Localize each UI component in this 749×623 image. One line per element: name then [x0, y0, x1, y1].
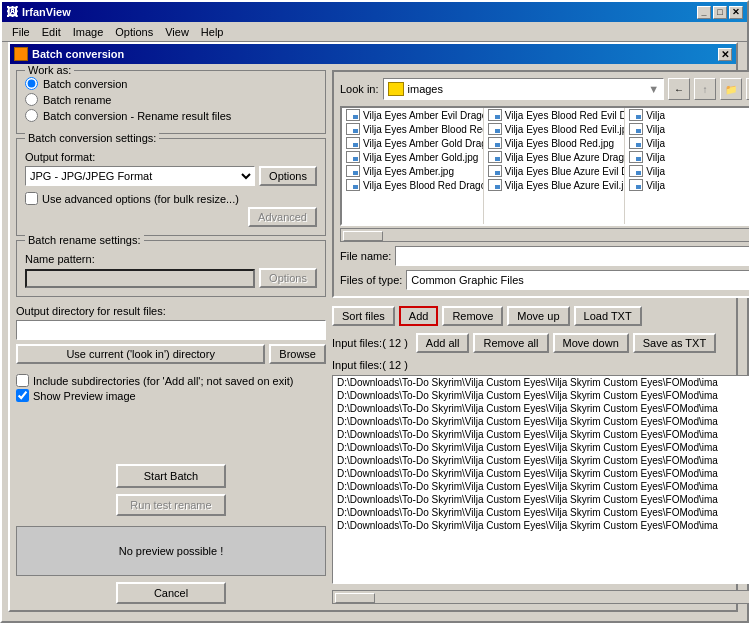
- file-icon: [346, 123, 360, 135]
- radio-batch-conversion-row: Batch conversion: [25, 77, 317, 90]
- radio-batch-conv-rename-row: Batch conversion - Rename result files: [25, 109, 317, 122]
- minimize-button[interactable]: _: [697, 6, 711, 19]
- close-dialog-button[interactable]: ✕: [718, 48, 732, 61]
- left-panel: Work as: Batch conversion Batch rename B…: [16, 70, 326, 604]
- show-preview-label: Show Preview image: [33, 390, 136, 402]
- move-up-button[interactable]: Move up: [507, 306, 569, 326]
- work-as-group: Work as: Batch conversion Batch rename B…: [16, 70, 326, 134]
- list-item[interactable]: D:\Downloads\To-Do Skyrim\Vilja Custom E…: [333, 506, 749, 519]
- file-item[interactable]: Vilja Eyes Blood Red Evil Drago...: [484, 108, 625, 122]
- dialog-body: Work as: Batch conversion Batch rename B…: [10, 64, 736, 610]
- menu-edit[interactable]: Edit: [36, 24, 67, 40]
- file-item[interactable]: Vilja: [625, 136, 749, 150]
- use-current-dir-button[interactable]: Use current ('look in') directory: [16, 344, 265, 364]
- look-in-folder-name: images: [408, 83, 443, 95]
- list-item[interactable]: D:\Downloads\To-Do Skyrim\Vilja Custom E…: [333, 454, 749, 467]
- advanced-checkbox[interactable]: [25, 192, 38, 205]
- list-item[interactable]: D:\Downloads\To-Do Skyrim\Vilja Custom E…: [333, 493, 749, 506]
- output-options-button[interactable]: Options: [259, 166, 317, 186]
- rename-options-button[interactable]: Options: [259, 268, 317, 288]
- menu-image[interactable]: Image: [67, 24, 110, 40]
- list-item[interactable]: D:\Downloads\To-Do Skyrim\Vilja Custom E…: [333, 376, 749, 389]
- sort-files-button[interactable]: Sort files: [332, 306, 395, 326]
- remove-button[interactable]: Remove: [442, 306, 503, 326]
- browse-button[interactable]: Browse: [269, 344, 326, 364]
- input-list-hscrollbar[interactable]: [332, 590, 749, 604]
- input-files-list[interactable]: D:\Downloads\To-Do Skyrim\Vilja Custom E…: [332, 375, 749, 584]
- file-item[interactable]: Vilja Eyes Amber Blood Red Evil.jpg: [342, 122, 483, 136]
- file-item[interactable]: Vilja Eyes Blue Azure Dragon.jpg: [484, 150, 625, 164]
- output-format-select[interactable]: JPG - JPG/JPEG Format: [25, 166, 255, 186]
- cancel-button[interactable]: Cancel: [116, 582, 226, 604]
- file-item[interactable]: Vilja Eyes Blue Azure Evil Drago...: [484, 164, 625, 178]
- load-txt-button[interactable]: Load TXT: [574, 306, 642, 326]
- menu-file[interactable]: File: [6, 24, 36, 40]
- back-icon[interactable]: ←: [668, 78, 690, 100]
- list-item[interactable]: D:\Downloads\To-Do Skyrim\Vilja Custom E…: [333, 389, 749, 402]
- add-all-button[interactable]: Add all: [416, 333, 470, 353]
- list-item[interactable]: D:\Downloads\To-Do Skyrim\Vilja Custom E…: [333, 480, 749, 493]
- file-item[interactable]: Vilja: [625, 108, 749, 122]
- close-outer-button[interactable]: ✕: [729, 6, 743, 19]
- file-item[interactable]: Vilja: [625, 178, 749, 192]
- file-item[interactable]: Vilja: [625, 164, 749, 178]
- list-item[interactable]: D:\Downloads\To-Do Skyrim\Vilja Custom E…: [333, 428, 749, 441]
- add-button[interactable]: Add: [399, 306, 439, 326]
- new-folder-icon[interactable]: 📁: [720, 78, 742, 100]
- file-icon: [629, 137, 643, 149]
- preview-text: No preview possible !: [119, 545, 224, 557]
- file-item[interactable]: Vilja Eyes Amber Gold Dragon.jpg: [342, 136, 483, 150]
- advanced-button[interactable]: Advanced: [248, 207, 317, 227]
- input-list-scrollbar-thumb: [335, 593, 375, 603]
- remove-all-button[interactable]: Remove all: [473, 333, 548, 353]
- file-icon: [629, 179, 643, 191]
- list-item[interactable]: D:\Downloads\To-Do Skyrim\Vilja Custom E…: [333, 441, 749, 454]
- list-item[interactable]: D:\Downloads\To-Do Skyrim\Vilja Custom E…: [333, 402, 749, 415]
- file-item[interactable]: Vilja: [625, 122, 749, 136]
- menu-help[interactable]: Help: [195, 24, 230, 40]
- up-icon[interactable]: ↑: [694, 78, 716, 100]
- bottom-buttons: Start Batch Run test rename No preview p…: [16, 456, 326, 604]
- file-item[interactable]: Vilja Eyes Blue Azure Evil.jpg: [484, 178, 625, 192]
- file-icon: [488, 137, 502, 149]
- output-dir-section: Output directory for result files: D:\Do…: [16, 305, 326, 364]
- file-icon: [488, 109, 502, 121]
- output-dir-input[interactable]: D:\Downloads\To-Do Skyrim\Vilja dev\imag…: [16, 320, 326, 340]
- radio-batch-rename[interactable]: [25, 93, 38, 106]
- file-item[interactable]: Vilja Eyes Amber Evil Dragon.jpg: [342, 108, 483, 122]
- look-in-label: Look in:: [340, 83, 379, 95]
- files-of-type-select[interactable]: Common Graphic Files: [406, 270, 749, 290]
- menu-options[interactable]: Options: [109, 24, 159, 40]
- file-type-row: Files of type: Common Graphic Files: [340, 270, 749, 290]
- file-item[interactable]: Vilja Eyes Blood Red.jpg: [484, 136, 625, 150]
- file-name-input[interactable]: [395, 246, 749, 266]
- file-item[interactable]: Vilja: [625, 150, 749, 164]
- list-item[interactable]: D:\Downloads\To-Do Skyrim\Vilja Custom E…: [333, 519, 749, 532]
- save-as-txt-button[interactable]: Save as TXT: [633, 333, 716, 353]
- outer-titlebar: 🖼 IrfanView _ □ ✕: [2, 2, 747, 22]
- show-preview-checkbox[interactable]: [16, 389, 29, 402]
- file-item[interactable]: Vilja Eyes Amber.jpg: [342, 164, 483, 178]
- name-pattern-row: image### Options: [25, 268, 317, 288]
- file-item[interactable]: Vilja Eyes Blood Red Evil.jpg: [484, 122, 625, 136]
- file-item[interactable]: Vilja Eyes Amber Gold.jpg: [342, 150, 483, 164]
- show-preview-row: Show Preview image: [16, 389, 326, 402]
- files-of-type-label: Files of type:: [340, 274, 402, 286]
- maximize-button[interactable]: □: [713, 6, 727, 19]
- scrollbar-thumb: [343, 231, 383, 241]
- file-list-hscrollbar[interactable]: [340, 228, 749, 242]
- file-icon: [629, 123, 643, 135]
- menu-view[interactable]: View: [159, 24, 195, 40]
- file-item[interactable]: Vilja Eyes Blood Red Dragon.jpg: [342, 178, 483, 192]
- dialog-icon: [14, 47, 28, 61]
- name-pattern-input[interactable]: image###: [25, 269, 255, 288]
- start-batch-button[interactable]: Start Batch: [116, 464, 226, 488]
- move-down-button[interactable]: Move down: [553, 333, 629, 353]
- list-item[interactable]: D:\Downloads\To-Do Skyrim\Vilja Custom E…: [333, 415, 749, 428]
- file-icon: [488, 151, 502, 163]
- subdirs-checkbox[interactable]: [16, 374, 29, 387]
- radio-batch-conversion[interactable]: [25, 77, 38, 90]
- radio-batch-conv-rename[interactable]: [25, 109, 38, 122]
- run-test-rename-button[interactable]: Run test rename: [116, 494, 226, 516]
- list-item[interactable]: D:\Downloads\To-Do Skyrim\Vilja Custom E…: [333, 467, 749, 480]
